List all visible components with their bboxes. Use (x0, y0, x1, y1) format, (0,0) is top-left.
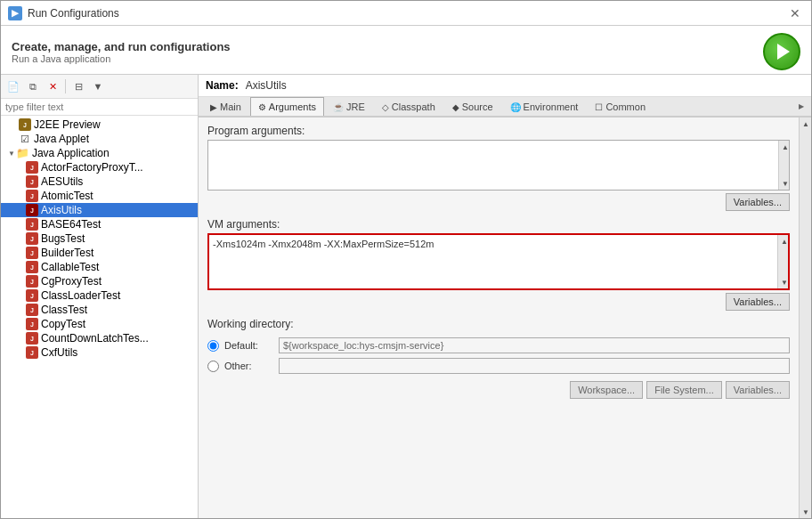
tree-label: Java Applet (34, 133, 89, 145)
scroll-down[interactable]: ▼ (779, 177, 792, 190)
source-tab-icon: ◆ (452, 102, 459, 112)
run-button[interactable] (763, 33, 800, 70)
java-icon: J (26, 218, 38, 231)
tab-environment-label: Environment (524, 101, 579, 112)
default-radio-row: Default: (207, 337, 790, 353)
tree-item-cxf[interactable]: J CxfUtils (1, 345, 198, 360)
left-panel: 📄 ⧉ ✕ ⊟ ▼ J J2EE Preview ☑ Jav (1, 75, 199, 518)
common-tab-icon: ☐ (595, 102, 603, 112)
tree-label: ActorFactoryProxyT... (41, 161, 143, 174)
tab-scroll-right[interactable]: ▶ (795, 101, 808, 113)
java-icon: J (26, 318, 38, 330)
name-value: AxisUtils (246, 79, 287, 92)
collapse-button[interactable]: ⊟ (69, 77, 87, 95)
new-config-button[interactable]: 📄 (4, 77, 22, 95)
tree-item-classloader[interactable]: J ClassLoaderTest (1, 288, 198, 303)
header-area: Create, manage, and run configurations R… (1, 26, 811, 75)
vm-scroll-down[interactable]: ▼ (778, 276, 791, 288)
tree-label: BASE64Test (41, 218, 101, 231)
vm-args-variables-button[interactable]: Variables... (726, 293, 790, 311)
tree-label: CopyTest (41, 318, 85, 330)
default-radio[interactable] (207, 340, 219, 352)
classpath-tab-icon: ◇ (382, 102, 389, 112)
tab-arguments[interactable]: ⚙ Arguments (250, 97, 324, 116)
other-radio-row: Other: (207, 358, 790, 374)
scroll-track (800, 130, 811, 506)
tree-item-java-application[interactable]: ▼ 📁 Java Application (1, 146, 198, 160)
tree-item-atomic[interactable]: J AtomicTest (1, 189, 198, 203)
java-icon: J (26, 161, 38, 174)
tabs-bar: ▶ Main ⚙ Arguments ☕ JRE ◇ Classpath ◆ (199, 97, 811, 118)
scroll-up[interactable]: ▲ (779, 141, 792, 153)
close-button[interactable]: ✕ (786, 4, 804, 22)
window-title: Run Configurations (28, 7, 119, 20)
tree-item-classtest[interactable]: J ClassTest (1, 303, 198, 317)
tab-arguments-label: Arguments (269, 101, 316, 112)
tab-jre[interactable]: ☕ JRE (325, 97, 373, 116)
header-title: Create, manage, and run configurations (12, 40, 231, 53)
tree-label: ClassLoaderTest (41, 289, 120, 302)
tab-main-label: Main (220, 101, 241, 112)
right-panel: Name: AxisUtils ▶ Main ⚙ Arguments ☕ JRE (199, 75, 811, 518)
tree-area: J J2EE Preview ☑ Java Applet ▼ 📁 Java Ap… (1, 116, 198, 518)
tab-source[interactable]: ◆ Source (444, 97, 501, 116)
tree-label: ClassTest (41, 304, 87, 316)
tree-item-copy[interactable]: J CopyTest (1, 317, 198, 331)
default-radio-label: Default: (224, 340, 273, 351)
prog-args-variables-button[interactable]: Variables... (726, 193, 790, 211)
tab-common[interactable]: ☐ Common (587, 97, 654, 116)
right-scroll-up[interactable]: ▲ (800, 118, 811, 130)
program-args-scrollbar: ▲ ▼ (778, 141, 789, 190)
vm-args-section: VM arguments: -Xms1024m -Xmx2048m -XX:Ma… (207, 218, 790, 311)
vm-args-value[interactable]: -Xms1024m -Xmx2048m -XX:MaxPermSize=512m (209, 235, 777, 288)
java-icon: J (26, 232, 38, 245)
title-bar: ▶ Run Configurations ✕ (1, 1, 811, 26)
tree-item-actor[interactable]: J ActorFactoryProxyT... (1, 160, 198, 174)
filter-input[interactable] (1, 99, 198, 116)
delete-button[interactable]: ✕ (44, 77, 61, 95)
tree-label: BuilderTest (41, 247, 93, 259)
program-args-label: Program arguments: (207, 125, 790, 137)
filter-dropdown-button[interactable]: ▼ (89, 77, 107, 95)
right-scrollbar: ▲ ▼ (799, 118, 811, 518)
tab-classpath[interactable]: ◇ Classpath (374, 97, 443, 116)
tree-item-builder[interactable]: J BuilderTest (1, 246, 198, 260)
tree-item-java-applet[interactable]: ☑ Java Applet (1, 132, 198, 146)
tree-label: AxisUtils (41, 204, 82, 216)
title-bar-left: ▶ Run Configurations (8, 6, 119, 20)
java-icon: J (26, 204, 38, 216)
other-dir-input[interactable] (279, 358, 790, 374)
vm-args-label: VM arguments: (207, 218, 790, 231)
tab-environment[interactable]: 🌐 Environment (502, 97, 587, 116)
tree-item-base64[interactable]: J BASE64Test (1, 217, 198, 231)
tree-label: J2EE Preview (34, 118, 101, 131)
tab-source-label: Source (462, 101, 493, 112)
main-content: 📄 ⧉ ✕ ⊟ ▼ J J2EE Preview ☑ Jav (1, 75, 811, 518)
vm-args-wrapper: -Xms1024m -Xmx2048m -XX:MaxPermSize=512m… (207, 233, 790, 290)
tree-item-bugs[interactable]: J BugsTest (1, 231, 198, 246)
workspace-button[interactable]: Workspace... (570, 381, 643, 399)
right-scroll-down[interactable]: ▼ (800, 506, 811, 518)
tree-item-aes[interactable]: J AESUtils (1, 174, 198, 189)
tab-main[interactable]: ▶ Main (202, 97, 249, 116)
tab-common-label: Common (605, 101, 646, 112)
tree-item-cgproxy[interactable]: J CgProxyTest (1, 274, 198, 288)
tree-item-axis[interactable]: J AxisUtils (1, 203, 198, 217)
vm-scrollbar: ▲ ▼ (777, 235, 788, 288)
filesystem-button[interactable]: File System... (646, 381, 722, 399)
tree-item-j2ee[interactable]: J J2EE Preview (1, 118, 198, 132)
program-args-input[interactable] (208, 141, 778, 190)
working-dir-label: Working directory: (207, 318, 790, 330)
program-args-inner: ▲ ▼ (208, 141, 789, 190)
header-subtitle: Run a Java application (12, 53, 231, 64)
java-icon: J (26, 275, 38, 288)
dir-variables-button[interactable]: Variables... (726, 381, 790, 399)
other-radio[interactable] (207, 361, 219, 372)
jre-tab-icon: ☕ (333, 102, 344, 112)
vm-scroll-up[interactable]: ▲ (778, 235, 791, 247)
tree-item-callable[interactable]: J CallableTest (1, 260, 198, 274)
vm-args-inner: -Xms1024m -Xmx2048m -XX:MaxPermSize=512m… (209, 235, 788, 288)
default-dir-input[interactable] (279, 337, 790, 353)
tree-item-countdown[interactable]: J CountDownLatchTes... (1, 331, 198, 345)
duplicate-button[interactable]: ⧉ (24, 77, 42, 95)
